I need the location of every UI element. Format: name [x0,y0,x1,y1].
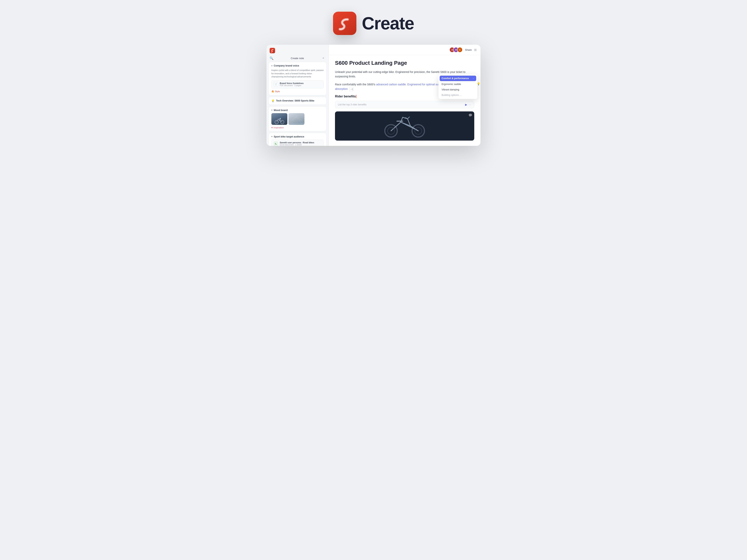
dropdown-item-label: Ergonomic saddle [442,83,461,85]
main-ui: 🔍 Create note + ▾ Company brand voice In… [266,45,481,146]
avatars-row: A B C [449,47,463,53]
sport-target-card[interactable]: ▾ Sport bike target audience Sanetti use… [268,133,327,146]
sport-card-title: Sport bike target audience [274,135,304,138]
doc-title: S600 Product Landing Page [335,60,474,66]
ai-arrow-icon[interactable]: →| [350,87,354,91]
heart-icon: ♥ [272,126,273,129]
rider-benefits-label: Rider benefits [335,95,356,98]
company-brand-voice-card[interactable]: ▾ Company brand voice Inspire cyclist wi… [268,62,327,95]
inspiration-label: Inspiration [274,126,284,129]
tech-overview-title: Tech Overview: S600 Sports Bike [276,99,314,102]
dropdown-item-building[interactable]: Building options ... [440,92,476,98]
mood-images [272,113,324,125]
dropdown-selected-label: Comfort & performance [442,77,469,80]
app-title: Create [362,15,414,32]
sport-attachment[interactable]: Sanetti user persona - Road bikes Excel … [272,140,324,146]
comment-icon[interactable]: 💬 [468,113,472,117]
attachment-name: Brand Voice Guidelines [280,82,304,84]
more-options-button[interactable]: ··· [468,103,471,106]
ai-dropdown[interactable]: Comfort & performance → Ergonomic saddle… [438,75,478,99]
chevron-icon: ▾ [272,135,273,138]
attachment-meta: Excel document · 1 sheet [280,144,314,146]
ai-prefix: Race comfortably with the S600's [335,83,375,86]
pdf-icon: 📄 [274,82,278,87]
lightbulb-icon: 💡 [272,99,275,102]
play-button[interactable]: ▶ [465,103,467,106]
mood-image-1 [272,113,287,125]
cursor [356,95,356,98]
attachment-info: Brand Voice Guidelines PDF document · 3 … [280,82,304,86]
svg-rect-3 [288,123,305,125]
avatar-3: C [457,47,463,53]
mood-board-title: Mood board [274,109,288,112]
attachment-name: Sanetti user persona - Road bikes [280,141,314,144]
sidebar-content: ▾ Company brand voice Inspire cyclist wi… [266,62,329,146]
share-button[interactable]: Share [465,48,472,51]
card-title-row: ▾ Sport bike target audience [272,135,324,138]
style-tag: 🔥 Style [272,90,324,93]
layout-icon[interactable]: ⊞ [474,48,476,52]
card-title-row: ▾ Mood board [272,109,324,112]
ai-prompt-bar[interactable]: List the top 3 rider benefits ▶ ··· [335,101,474,108]
dropdown-item-vibrant[interactable]: Vibrant damping [440,87,476,92]
bike-svg [274,117,285,124]
inspiration-tag: ♥ Inspiration [272,126,324,129]
attachment-row[interactable]: 📄 Brand Voice Guidelines PDF document · … [272,80,324,88]
attachment-info: Sanetti user persona - Road bikes Excel … [280,141,314,146]
flame-icon: 🔥 [272,90,274,93]
dropdown-selected-item[interactable]: Comfort & performance → [440,76,476,81]
editor: A B C Share ⊞ S600 Product Landing Page … [329,45,481,146]
ai-prompt-actions: ▶ ··· [465,103,471,106]
app-icon [333,12,356,35]
mood-board-card[interactable]: ▾ Mood board [268,106,327,131]
mood-image-2 [288,113,305,125]
bike-product-image [376,113,434,139]
sidebar: 🔍 Create note + ▾ Company brand voice In… [266,45,329,146]
chevron-icon: ▾ [272,64,273,67]
dropdown-chevron: → [472,77,474,80]
add-button[interactable]: + [321,56,326,60]
style-label: Style [275,90,280,92]
card-body-text: Inspire cyclist with a blend of competit… [272,69,324,78]
dropdown-item-ergonomic[interactable]: Ergonomic saddle [440,81,476,87]
bike-image-block: 💬 [335,111,474,140]
sidebar-top [266,45,329,55]
dropdown-item-label: Building options ... [442,94,461,97]
editor-topbar: A B C Share ⊞ [329,45,481,55]
create-note-button[interactable]: Create note [276,57,319,60]
dropdown-item-label: Vibrant damping [442,88,459,91]
attachment-meta: PDF document · 3 pages [280,84,304,86]
sidebar-search-row: 🔍 Create note + [266,55,329,62]
hero-content: Create [333,12,414,35]
tech-overview-card[interactable]: 💡 Tech Overview: S600 Sports Bike [268,97,327,105]
hero-section: Create [333,0,414,45]
sidebar-logo [269,48,275,53]
editor-body: S600 Product Landing Page Unleash your p… [329,55,481,146]
card-title: Company brand voice [274,64,299,67]
ai-prompt-text: List the top 3 rider benefits [338,103,366,106]
card-title-row: ▾ Company brand voice [272,64,324,67]
excel-icon [274,141,278,146]
search-icon[interactable]: 🔍 [269,56,274,60]
chevron-icon: ▾ [272,109,273,111]
